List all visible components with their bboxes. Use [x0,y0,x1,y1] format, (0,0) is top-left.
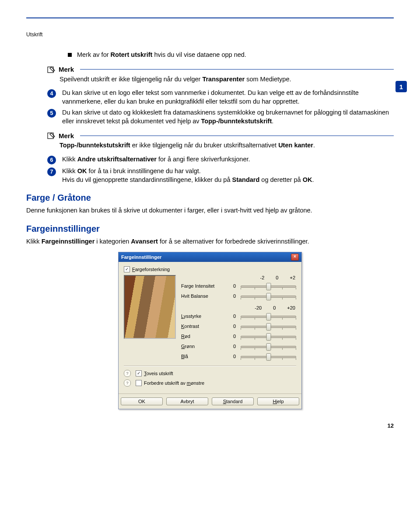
pf-mid: i kategorien [94,238,131,245]
square-bullet-icon [68,53,72,57]
bullet-bold: Rotert utskrift [111,51,153,58]
note1-bold: Transparenter [202,76,245,83]
pf-bold2: Avansert [131,238,158,245]
note2-bold2: Uten kanter [278,142,313,149]
dialog-title: Fargeinnstillinger [121,254,161,260]
label-rod: Rød [181,334,228,339]
label-bla: Blå [181,354,228,359]
page-number: 12 [26,422,394,429]
standard-button[interactable]: Standard [212,397,254,405]
fargeinnstillinger-dialog: Fargeinnstillinger × ✓ Fargeforsterkning… [118,252,302,409]
step6-after: for å angi flere skriverfunksjoner. [157,156,250,163]
heading-fargeinnstillinger: Fargeinnstillinger [26,224,394,234]
slider-hvit-balanse[interactable] [241,292,296,300]
slider-farge-intensitet[interactable] [241,282,296,290]
slider-bla[interactable] [241,352,296,360]
note1-before: Speilvendt utskrift er ikke tilgjengelig… [60,76,202,83]
label-lysstyrke: Lysstyrke [181,313,228,319]
note-block-2: Merk Topp-/bunntekstutskrift er ikke til… [47,132,394,150]
value-gronn: 0 [228,344,241,349]
step7-l1-before: Klikk [62,167,77,174]
step-4: 4 Du kan skrive ut en logo eller tekst s… [47,89,394,106]
step7-l2-after: . [312,176,314,183]
value-bla: 0 [228,354,241,359]
slider-kontrast[interactable] [241,322,296,330]
slider-rod[interactable] [241,332,296,340]
avbryt-button[interactable]: Avbryt [166,397,208,405]
step-6: 6 Klikk Andre utskriftsalternativer for … [47,155,394,164]
checkbox-toveis-utskrift[interactable]: ✓ [136,370,142,376]
note-pencil-icon [47,66,56,73]
close-button[interactable]: × [291,254,299,261]
help-icon[interactable]: ? [124,370,131,377]
step5-after: . [272,118,273,125]
step6-before: Klikk [62,156,77,163]
label-gronn: Grønn [181,344,228,349]
note-rule [80,69,394,70]
note2-mid: er ikke tilgjengelig når du bruker utskr… [130,142,279,149]
pf-bold1: Fargeinnstillinger [42,238,95,245]
note2-after: . [313,142,315,149]
checkbox-fargeforsterkning[interactable]: ✓ [124,266,130,272]
step-7: 7 Klikk OK for å ta i bruk innstillingen… [47,167,394,184]
label-toveis-utskrift: Toveis utskrift [144,371,173,376]
step-5: 5 Du kan skrive ut dato og klokkeslett f… [47,108,394,125]
note-label: Merk [59,132,74,139]
scale-zero-2: 0 [273,305,276,310]
note2-bold1: Topp-/bunntekstutskrift [60,142,130,149]
heading-farge-gratone: Farge / Gråtone [26,193,394,203]
value-lysstyrke: 0 [228,313,241,319]
step7-l2-bold1: Standard [232,176,260,183]
step6-bold: Andre utskriftsalternativer [77,156,157,163]
note-pencil-icon [47,132,56,139]
lower-scale-labels: -20 0 +20 [181,305,296,310]
top-rule [26,17,394,18]
step-number-5: 5 [47,109,56,118]
pf-before: Klikk [26,238,42,245]
step7-l1-after: for å ta i bruk innstillingene du har va… [87,167,200,174]
help-icon[interactable]: ? [124,380,131,387]
value-farge-intensitet: 0 [228,283,241,289]
label-kontrast: Kontrast [181,324,228,329]
step-number-7: 7 [47,167,56,176]
note-rule [80,136,394,136]
scale-minus20: -20 [255,305,262,310]
step-number-6: 6 [47,156,56,164]
value-kontrast: 0 [228,324,241,329]
hjelp-button[interactable]: Hjelp [257,397,299,405]
para-fargeinnst: Klikk Fargeinnstillinger i kategorien Av… [26,237,394,246]
note-label: Merk [59,66,74,73]
pf-after: for å se alternativer for forbedrede skr… [158,238,309,245]
label-forbedre-monstre: Forbedre utskrift av mønstre [144,380,204,386]
chapter-tab: 1 [396,81,407,92]
slider-gronn[interactable] [241,342,296,350]
scale-plus20: +20 [287,305,295,310]
value-rod: 0 [228,334,241,339]
dialog-titlebar[interactable]: Fargeinnstillinger × [119,252,301,262]
slider-lysstyrke[interactable] [241,312,296,320]
step5-bold: Topp-/bunntekstutskrift [201,118,272,125]
separator [124,366,296,366]
scale-minus2: -2 [260,275,265,280]
preview-image [124,275,176,339]
checkbox-forbedre-monstre[interactable] [136,380,142,386]
para-farge: Denne funksjonen kan brukes til å skrive… [26,206,394,215]
step7-l2-mid: og deretter på [259,176,302,183]
step4-text: Du kan skrive ut en logo eller tekst som… [62,89,394,106]
step7-l2-before: Hvis du vil gjenopprette standardinnstil… [62,176,232,183]
rotated-print-bullet: Merk av for Rotert utskrift hvis du vil … [68,51,394,59]
note1-after: som Medietype. [245,76,291,83]
label-fargeforsterkning: Fargeforsterkning [132,267,170,272]
step7-l2-bold2: OK [303,176,312,183]
note-block-1: Merk Speilvendt utskrift er ikke tilgjen… [47,66,394,84]
label-hvit-balanse: Hvit Balanse [181,293,228,299]
bullet-text-before: Merk av for [77,51,111,58]
scale-plus2: +2 [290,275,295,280]
value-hvit-balanse: 0 [228,293,241,299]
label-farge-intensitet: Farge Intensitet [181,283,228,289]
step-number-4: 4 [47,89,56,98]
section-label: Utskrift [26,31,394,38]
bullet-text-after: hvis du vil vise dataene opp ned. [152,51,246,58]
ok-button[interactable]: OK [121,397,163,405]
scale-zero: 0 [276,275,278,280]
